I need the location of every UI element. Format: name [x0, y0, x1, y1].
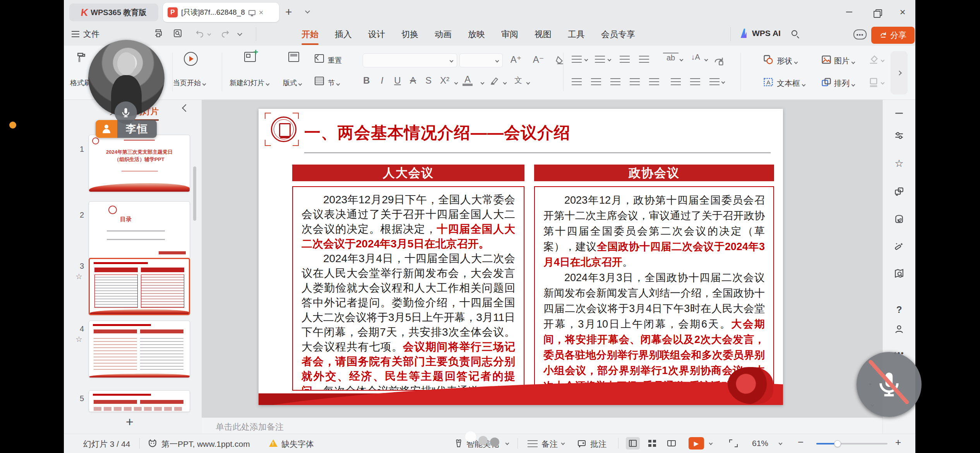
object-properties-icon[interactable] [892, 129, 906, 142]
align-left-icon[interactable] [572, 78, 582, 86]
pinyin-chevron-icon[interactable] [526, 81, 530, 85]
contact-support-icon[interactable] [892, 322, 906, 336]
decrease-indent-icon[interactable] [620, 56, 630, 63]
conference-toolbar-dot[interactable] [490, 438, 499, 447]
text-direction-chevron-icon[interactable] [704, 58, 708, 62]
document-tab[interactable]: P [只读]87f...62848_8 × [163, 3, 279, 22]
highlight-chevron-icon[interactable] [503, 81, 507, 85]
more-options-button[interactable]: ••• [853, 29, 867, 39]
slideshow-play-button[interactable]: ▶ [689, 437, 704, 450]
slide-star-icon[interactable]: ☆ [75, 272, 82, 281]
add-slide-button[interactable]: + [126, 414, 134, 429]
help-icon[interactable]: ? [892, 303, 906, 317]
arrange-label[interactable]: 排列 [834, 78, 855, 89]
notes-chevron-icon[interactable] [561, 441, 565, 445]
present-mode-icon[interactable] [248, 10, 255, 15]
bullet-chevron-icon[interactable] [584, 58, 588, 62]
section-label[interactable]: 节 [328, 78, 339, 88]
minimize-button[interactable] [843, 6, 856, 18]
play-from-current-icon[interactable] [184, 52, 198, 66]
hide-toolbar-icon[interactable] [892, 106, 906, 120]
zoom-in-button[interactable]: + [895, 436, 901, 448]
line-spacing-up-icon[interactable] [671, 78, 681, 86]
right-column-header[interactable]: 政协会议 [534, 165, 774, 181]
file-menu[interactable]: 文件 [83, 29, 99, 39]
convert-case-icon[interactable] [713, 55, 724, 66]
align-center-icon[interactable] [591, 78, 601, 86]
panel-collapse-icon[interactable] [182, 104, 190, 112]
close-window-button[interactable]: × [896, 6, 909, 18]
fill-color-icon[interactable] [868, 54, 879, 65]
text-direction-button[interactable]: ↓A [688, 53, 703, 62]
tab-list-chevron-icon[interactable] [305, 9, 310, 14]
find-replace-icon[interactable] [173, 29, 182, 38]
numbered-chevron-icon[interactable] [608, 58, 612, 62]
tab-view[interactable]: 视图 [529, 26, 557, 43]
undo-chevron-icon[interactable] [207, 32, 211, 36]
font-color-chevron-icon[interactable] [481, 81, 485, 85]
zoom-level[interactable]: 61% [752, 439, 768, 448]
resource-library-icon[interactable] [892, 212, 906, 226]
tab-transition[interactable]: 切换 [396, 26, 424, 43]
slide-thumbnail-4[interactable] [89, 321, 190, 378]
reset-slide-icon[interactable] [315, 54, 324, 63]
beautify-chevron-icon[interactable] [505, 441, 509, 445]
tab-review[interactable]: 审阅 [496, 26, 524, 43]
play-chevron-icon[interactable] [709, 441, 713, 445]
comment-icon[interactable] [577, 439, 586, 448]
tab-animation[interactable]: 动画 [429, 26, 457, 43]
superscript-chevron-icon[interactable] [454, 81, 458, 85]
slide-layout-label[interactable]: 版式 [283, 78, 302, 88]
fill-color-chevron-icon[interactable] [881, 58, 885, 62]
tab-slideshow[interactable]: 放映 [463, 26, 490, 43]
tab-design[interactable]: 设计 [363, 26, 391, 43]
template-source-icon[interactable] [147, 439, 158, 449]
fit-to-window-button[interactable] [726, 437, 740, 450]
slide-thumbnail-5[interactable] [89, 390, 190, 412]
superscript-button[interactable]: X² [437, 75, 452, 86]
slide-thumbnail-3-current[interactable] [89, 258, 190, 315]
play-from-current-label[interactable]: 当页开始 [173, 78, 206, 88]
shadow-button[interactable]: S [421, 75, 436, 86]
new-slide-icon[interactable] [244, 52, 256, 62]
conference-toolbar-dot[interactable] [478, 436, 488, 445]
slide-transition-icon[interactable] [892, 184, 906, 198]
increase-indent-icon[interactable] [639, 56, 649, 63]
decrease-font-icon[interactable]: A⁻ [531, 54, 546, 65]
line-spacing-icon[interactable] [709, 78, 720, 86]
increase-font-icon[interactable]: A⁺ [508, 54, 524, 65]
print-icon[interactable] [154, 29, 163, 38]
char-spacing-button[interactable]: ab [663, 53, 678, 62]
arrange-icon[interactable] [821, 77, 832, 88]
shapes-icon[interactable] [763, 54, 774, 65]
char-spacing-chevron-icon[interactable] [680, 58, 684, 62]
notes-icon[interactable] [528, 440, 538, 448]
picture-icon[interactable] [821, 54, 832, 65]
shapes-label[interactable]: 形状 [777, 56, 797, 66]
underline-button[interactable]: U [390, 75, 405, 86]
slide-title[interactable]: 一、两会基本情况介绍——会议介绍 [304, 122, 571, 144]
format-painter-icon[interactable] [75, 52, 87, 63]
home-tab[interactable]: K WPS365 教育版 [69, 3, 158, 21]
slide-layout-icon[interactable] [288, 52, 299, 62]
share-button[interactable]: 分享 [871, 27, 915, 44]
tab-home[interactable]: 开始 [296, 26, 324, 43]
tab-member[interactable]: 会员专享 [596, 26, 641, 43]
slide-canvas[interactable]: 一、两会基本情况介绍——会议介绍 人大会议 2023年12月29日下午，全国人大… [259, 109, 783, 405]
slide-star-icon[interactable]: ☆ [75, 335, 82, 344]
reading-view-button[interactable] [665, 437, 678, 450]
numbered-list-icon[interactable] [595, 56, 605, 63]
restore-button[interactable] [870, 8, 883, 19]
bullet-list-icon[interactable] [572, 56, 582, 63]
new-slide-label[interactable]: 新建幻灯片 [230, 78, 269, 88]
tab-tools[interactable]: 工具 [562, 26, 590, 43]
wps-ai-icon[interactable] [739, 29, 749, 38]
section-icon[interactable] [315, 77, 324, 85]
outline-color-icon[interactable] [868, 77, 879, 88]
textbox-label[interactable]: 文本框 [777, 78, 805, 89]
right-column-body[interactable]: 2023年12月，政协第十四届全国委员会召开第十二次主席会议，审议通过了关于召开… [534, 186, 774, 391]
bold-button[interactable]: B [359, 75, 374, 86]
outline-chevron-icon[interactable] [881, 81, 885, 85]
left-column-body[interactable]: 2023年12月29日下午，全国人大常委会会议表决通过了关于召开十四届全国人大二… [292, 186, 524, 391]
align-right-icon[interactable] [610, 78, 620, 86]
